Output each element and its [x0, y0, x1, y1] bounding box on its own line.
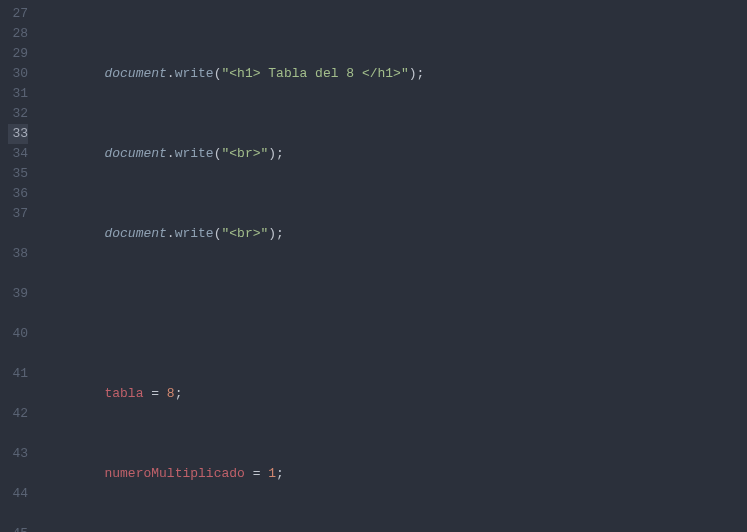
code-line[interactable]: tabla = 8;: [38, 384, 747, 404]
line-number: 32: [8, 104, 28, 124]
line-number: [8, 424, 28, 444]
line-number: [8, 504, 28, 524]
code-area[interactable]: document.write("<h1> Tabla del 8 </h1>")…: [38, 0, 747, 532]
line-number: 43: [8, 444, 28, 464]
line-number: [8, 344, 28, 364]
line-number: 37: [8, 204, 28, 224]
code-line[interactable]: document.write("<br>");: [38, 224, 747, 244]
code-line[interactable]: document.write("<h1> Tabla del 8 </h1>")…: [38, 64, 747, 84]
line-number: 39: [8, 284, 28, 304]
code-line[interactable]: document.write("<br>");: [38, 144, 747, 164]
line-number: 42: [8, 404, 28, 424]
line-number: [8, 464, 28, 484]
line-number: 30: [8, 64, 28, 84]
line-number: 40: [8, 324, 28, 344]
line-number: 35: [8, 164, 28, 184]
line-number: 31: [8, 84, 28, 104]
line-number: 41: [8, 364, 28, 384]
token-string: "<h1> Tabla del 8 </h1>": [221, 66, 408, 81]
code-editor[interactable]: 2728293031323334353637383940414243444546…: [0, 0, 747, 532]
token-object: document: [104, 66, 166, 81]
line-number: [8, 304, 28, 324]
line-number: 27: [8, 4, 28, 24]
line-number: 34: [8, 144, 28, 164]
code-line[interactable]: numeroMultiplicado = 1;: [38, 464, 747, 484]
line-number: 28: [8, 24, 28, 44]
line-number: 45: [8, 524, 28, 532]
line-number: 36: [8, 184, 28, 204]
token-variable: tabla: [104, 386, 143, 401]
token-number: 8: [167, 386, 175, 401]
line-number-gutter: 2728293031323334353637383940414243444546: [0, 0, 38, 532]
line-number: [8, 224, 28, 244]
line-number: [8, 264, 28, 284]
line-number: 38: [8, 244, 28, 264]
line-number: 33: [8, 124, 28, 144]
token-method: write: [175, 66, 214, 81]
line-number: 44: [8, 484, 28, 504]
line-number: 29: [8, 44, 28, 64]
code-line[interactable]: [38, 304, 747, 324]
line-number: [8, 384, 28, 404]
